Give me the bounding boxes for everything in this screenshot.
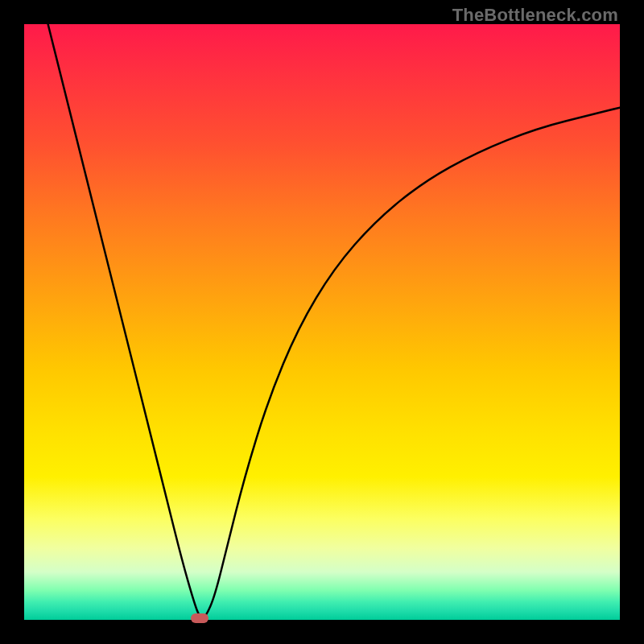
watermark-text: TheBottleneck.com: [452, 5, 618, 26]
chart-container: TheBottleneck.com: [0, 0, 644, 644]
bottleneck-curve: [48, 24, 620, 617]
curve-svg: [24, 24, 620, 620]
minimum-marker: [191, 613, 208, 623]
plot-area: [24, 24, 620, 620]
